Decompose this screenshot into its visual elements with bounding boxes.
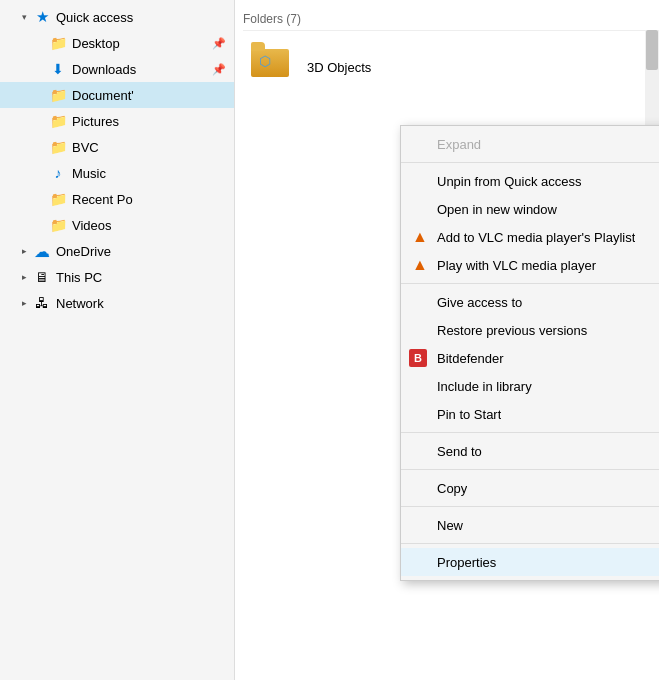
sidebar-item-onedrive[interactable]: ▸ ☁ OneDrive — [0, 238, 234, 264]
sidebar-item-recentpo[interactable]: 📁 Recent Po — [0, 186, 234, 212]
quickaccess-icon: ★ — [32, 7, 52, 27]
menu-item-unpin[interactable]: Unpin from Quick access — [401, 167, 659, 195]
thispc-label: This PC — [56, 270, 102, 285]
menu-separator-1 — [401, 162, 659, 163]
network-icon: 🖧 — [32, 293, 52, 313]
menu-separator-3 — [401, 432, 659, 433]
onedrive-icon: ☁ — [32, 241, 52, 261]
scrollbar-thumb[interactable] — [646, 30, 658, 70]
unpin-label: Unpin from Quick access — [437, 174, 582, 189]
bvc-folder-icon: 📁 — [48, 137, 68, 157]
downloads-label: Downloads — [72, 62, 136, 77]
thispc-icon: 🖥 — [32, 267, 52, 287]
bitdefender-icon: B — [409, 349, 427, 367]
menu-item-send-to[interactable]: Send to › — [401, 437, 659, 465]
menu-item-properties[interactable]: Properties ☛ — [401, 548, 659, 576]
vlc-icon: ▲ — [409, 226, 431, 248]
documents-folder-icon: 📁 — [48, 85, 68, 105]
context-menu: Expand Unpin from Quick access Open in n… — [400, 125, 659, 581]
expand-label: Expand — [437, 137, 481, 152]
pin-start-label: Pin to Start — [437, 407, 501, 422]
spacer — [32, 61, 48, 77]
explorer-window: ▾ ★ Quick access 📁 Desktop 📌 ⬇ Downloads… — [0, 0, 659, 680]
menu-item-restore[interactable]: Restore previous versions — [401, 316, 659, 344]
sidebar-item-videos[interactable]: 📁 Videos — [0, 212, 234, 238]
menu-item-new[interactable]: New › — [401, 511, 659, 539]
menu-separator-5 — [401, 506, 659, 507]
main-content: Folders (7) ⬡ 3D Objects — [235, 0, 659, 680]
chevron-right-icon: ▸ — [16, 243, 32, 259]
music-label: Music — [72, 166, 106, 181]
folder-3d-icon: ⬡ — [251, 43, 299, 91]
bitdefender-label: Bitdefender — [437, 351, 504, 366]
vlc-play-label: Play with VLC media player — [437, 258, 596, 273]
music-icon: ♪ — [48, 163, 68, 183]
sidebar-item-documents[interactable]: 📁 Document' — [0, 82, 234, 108]
menu-item-copy[interactable]: Copy — [401, 474, 659, 502]
menu-separator-6 — [401, 543, 659, 544]
recentpo-label: Recent Po — [72, 192, 133, 207]
new-label: New — [437, 518, 463, 533]
pin-icon: 📌 — [212, 37, 226, 50]
menu-item-vlc-play[interactable]: ▲ Play with VLC media player — [401, 251, 659, 279]
bvc-label: BVC — [72, 140, 99, 155]
folders-header-text: Folders (7) — [243, 12, 301, 26]
sidebar-item-music[interactable]: ♪ Music — [0, 160, 234, 186]
sidebar-item-desktop[interactable]: 📁 Desktop 📌 — [0, 30, 234, 56]
videos-folder-icon: 📁 — [48, 215, 68, 235]
sidebar-item-thispc[interactable]: ▸ 🖥 This PC — [0, 264, 234, 290]
open-new-window-label: Open in new window — [437, 202, 557, 217]
videos-label: Videos — [72, 218, 112, 233]
sidebar-item-downloads[interactable]: ⬇ Downloads 📌 — [0, 56, 234, 82]
vlc-playlist-label: Add to VLC media player's Playlist — [437, 230, 635, 245]
include-library-label: Include in library — [437, 379, 532, 394]
spacer — [32, 113, 48, 129]
menu-item-open-new-window[interactable]: Open in new window — [401, 195, 659, 223]
chevron-down-icon: ▾ — [16, 9, 32, 25]
desktop-folder-icon: 📁 — [48, 33, 68, 53]
copy-label: Copy — [437, 481, 467, 496]
desktop-label: Desktop — [72, 36, 120, 51]
spacer — [32, 139, 48, 155]
folders-header: Folders (7) — [243, 8, 651, 31]
chevron-right-icon-pc: ▸ — [16, 269, 32, 285]
restore-label: Restore previous versions — [437, 323, 587, 338]
sidebar-item-pictures[interactable]: 📁 Pictures — [0, 108, 234, 134]
sidebar-item-network[interactable]: ▸ 🖧 Network — [0, 290, 234, 316]
spacer — [32, 217, 48, 233]
pictures-folder-icon: 📁 — [48, 111, 68, 131]
3dobjects-label: 3D Objects — [307, 60, 371, 75]
menu-separator-4 — [401, 469, 659, 470]
send-to-label: Send to — [437, 444, 482, 459]
onedrive-label: OneDrive — [56, 244, 111, 259]
menu-item-vlc-playlist[interactable]: ▲ Add to VLC media player's Playlist — [401, 223, 659, 251]
menu-separator-2 — [401, 283, 659, 284]
downloads-icon: ⬇ — [48, 59, 68, 79]
menu-item-pin-start[interactable]: Pin to Start — [401, 400, 659, 428]
chevron-right-icon-net: ▸ — [16, 295, 32, 311]
quickaccess-label: Quick access — [56, 10, 133, 25]
give-access-label: Give access to — [437, 295, 522, 310]
properties-label: Properties — [437, 555, 496, 570]
menu-item-give-access[interactable]: Give access to › — [401, 288, 659, 316]
spacer — [32, 87, 48, 103]
pin-icon-dl: 📌 — [212, 63, 226, 76]
spacer — [32, 191, 48, 207]
folder-item-3dobjects[interactable]: ⬡ 3D Objects — [243, 39, 651, 95]
documents-label: Document' — [72, 88, 134, 103]
recentpo-folder-icon: 📁 — [48, 189, 68, 209]
menu-item-include-library[interactable]: Include in library › — [401, 372, 659, 400]
spacer — [32, 165, 48, 181]
network-label: Network — [56, 296, 104, 311]
sidebar-item-quickaccess[interactable]: ▾ ★ Quick access — [0, 4, 234, 30]
sidebar: ▾ ★ Quick access 📁 Desktop 📌 ⬇ Downloads… — [0, 0, 235, 680]
sidebar-item-bvc[interactable]: 📁 BVC — [0, 134, 234, 160]
vlc-play-icon: ▲ — [409, 254, 431, 276]
menu-item-bitdefender[interactable]: B Bitdefender › — [401, 344, 659, 372]
pictures-label: Pictures — [72, 114, 119, 129]
spacer — [32, 35, 48, 51]
menu-item-expand[interactable]: Expand — [401, 130, 659, 158]
